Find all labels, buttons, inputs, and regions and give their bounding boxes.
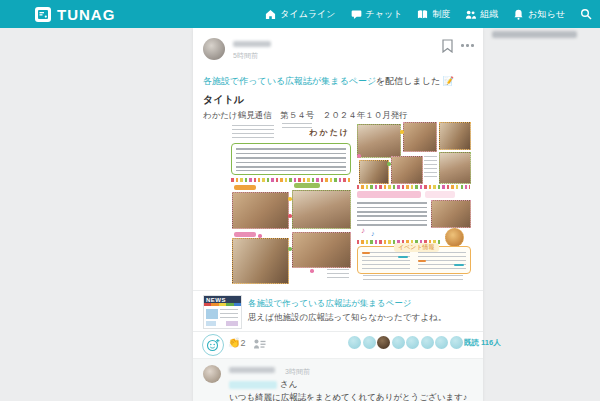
section-header-pink [357,191,421,198]
search-icon [580,8,592,20]
thumb-block3 [226,321,238,326]
memo-emoji: 📝 [443,76,454,86]
photo-label-pink [234,232,256,237]
thumb-text-lines [220,309,238,319]
reaction-detail-button[interactable] [253,336,266,354]
event-mark [418,260,426,262]
event-info-header: イベント情報 [394,243,439,252]
reader-avatar[interactable] [377,336,390,349]
newsletter-page-title: わかたけ [309,127,350,138]
thumb-news-label: NEWS [204,296,241,303]
event-mark [362,252,370,254]
bell-icon [513,9,524,20]
tunag-logo-icon [35,7,51,22]
newsletter-image[interactable]: わかたけ [203,122,473,285]
post-card: 5時間前 各施設で作っている広報誌が集まるページを配信しました 📝 タイトル わ… [193,28,483,401]
section-header-pink2 [425,191,455,198]
people-icon [465,9,476,20]
clap-emoji: 👏 [228,337,240,348]
divider [193,290,483,291]
nav-label: タイムライン [280,8,335,21]
newsletter-photo [439,122,471,150]
reader-avatar[interactable] [348,336,361,349]
tunag-app: TUNAG タイムライン チャット 制度 組織 お知らせ [0,0,600,401]
nav-item-organization[interactable]: 組織 [465,8,498,21]
nav-label: お知らせ [528,8,565,21]
event-info-box: イベント情報 [357,246,471,274]
commenter-avatar[interactable] [203,365,221,383]
post-body-rest: を配信しました [376,76,440,86]
photo-caption-lines [327,269,349,281]
tunag-logo[interactable]: TUNAG [35,0,115,28]
thumb-rainbow-stripe [204,303,241,306]
flower-dot [387,162,391,166]
dot-divider [357,185,470,189]
reader-avatar[interactable] [406,336,419,349]
mention-link-blurred[interactable] [229,381,277,389]
newsletter-issue-lines [282,123,312,130]
divider [193,331,483,332]
newsletter-address-lines [232,125,274,139]
read-count-label[interactable]: 既読 116人 [464,338,501,348]
nav-label: 制度 [432,8,450,21]
newsletter-photo [391,156,423,184]
read-avatars[interactable]: 既読 116人 [348,336,501,349]
photo-label-orange [234,185,256,190]
newsletter-photo [359,160,389,184]
post-more-button[interactable] [461,44,474,47]
add-reaction-button[interactable] [202,334,224,356]
greeting-text-lines [236,148,346,171]
poster-avatar[interactable] [203,38,225,60]
newsletter-photo [403,122,437,152]
nav-item-chat[interactable]: チャット [351,8,403,21]
book-icon [417,9,428,20]
smiley-plus-icon [206,338,220,352]
newsletter-photo [232,238,289,284]
nav-label: チャット [366,8,403,21]
nav-item-programs[interactable]: 制度 [417,8,450,21]
event-mark [398,256,408,258]
reader-avatar[interactable] [421,336,434,349]
newsletter-photo [292,190,351,229]
event-mark [454,264,464,266]
mention-suffix: さん [280,379,297,391]
newsletter-photo [357,124,401,158]
event-schedule-left [362,252,410,270]
flower-dot [258,234,262,238]
post-body-link[interactable]: 各施設で作っている広報誌が集まるページ [203,76,376,86]
post-timestamp: 5時間前 [233,51,258,61]
nav-item-notifications[interactable]: お知らせ [513,8,565,21]
nav-item-timeline[interactable]: タイムライン [265,8,335,21]
nav-search-button[interactable] [580,8,592,20]
collage-caption-lines [424,156,437,178]
comment-text: いつも綺麗に広報誌をまとめてくれてありがとうございます♪ [229,392,467,401]
flower-dot [288,214,292,218]
article-text-lines [357,202,427,226]
person-list-icon [253,338,266,350]
post-title: タイトル [203,93,244,107]
bookmark-icon [442,39,453,53]
post-body: 各施設で作っている広報誌が集まるページを配信しました 📝 [203,75,454,88]
flower-dot [310,269,314,273]
reader-avatar[interactable] [450,336,463,349]
flower-dot [357,154,361,158]
bookmark-button[interactable] [442,39,453,57]
reader-avatar[interactable] [392,336,405,349]
commenter-name-blurred [229,367,275,373]
nav-menu: タイムライン チャット 制度 組織 お知らせ [265,0,592,28]
account-label-blurred [492,31,577,38]
reader-avatar[interactable] [363,336,376,349]
newsletter-photo [439,152,471,184]
reader-avatar[interactable] [435,336,448,349]
newsletter-photo [292,232,351,268]
comment-timestamp: 3時間前 [285,367,310,377]
thumb-photo-block [206,309,218,319]
clap-reaction[interactable]: 👏2 [228,337,246,348]
link-preview-title[interactable]: 各施設で作っている広報誌が集まるページ [248,298,412,310]
link-preview-thumbnail[interactable]: NEWS [203,295,242,329]
poster-name-blurred [233,41,271,47]
brand-name: TUNAG [57,6,115,23]
photo-label-green [294,183,320,188]
newsletter-photo [431,200,471,228]
event-footnote-lines [363,275,463,283]
